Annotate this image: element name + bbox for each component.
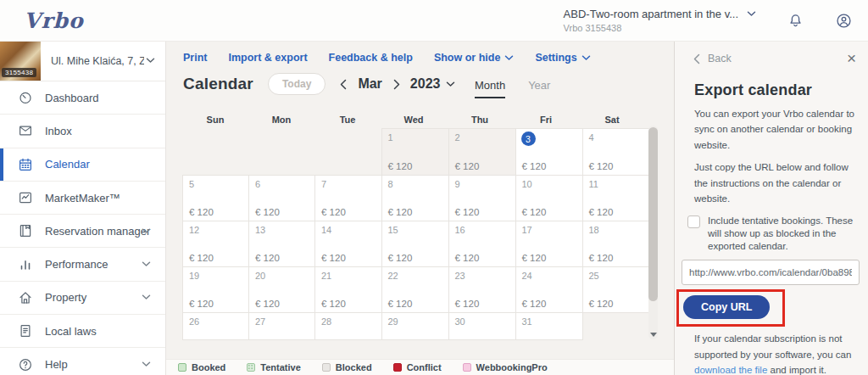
- chevron-down-icon: [446, 81, 455, 87]
- calendar-cell-day-23[interactable]: 23€ 120: [448, 267, 515, 313]
- calendar-cell-day-17[interactable]: 17€ 120: [515, 221, 582, 267]
- notifications-bell-icon[interactable]: [787, 12, 804, 30]
- property-switcher[interactable]: ABD-Two-room apartment in the v... Vrbo …: [564, 8, 756, 33]
- calendar-cell-day-12[interactable]: 12€ 120: [183, 221, 249, 267]
- toolbar-link-settings[interactable]: Settings: [535, 52, 590, 64]
- price-label: € 120: [455, 299, 480, 309]
- day-number: 23: [455, 271, 515, 281]
- calendar-cell-day-22[interactable]: 22€ 120: [381, 267, 448, 313]
- calendar-cell-day-3[interactable]: 3€ 120: [515, 129, 582, 176]
- calendar-cell-day-26[interactable]: 26: [183, 313, 249, 340]
- calendar-week-row: 1€ 1202€ 1203€ 1204€ 120: [183, 129, 650, 176]
- inbox-icon: [18, 123, 33, 138]
- day-number: 4: [589, 132, 649, 143]
- checkbox-label: Include tentative bookings. These will s…: [708, 215, 860, 253]
- sidebar-item-label: Local laws: [45, 325, 97, 338]
- calendar-legend: BookedTentativeBlockedConflictWebbooking…: [165, 359, 674, 375]
- legend-item-conflict: Conflict: [393, 362, 442, 372]
- today-button[interactable]: Today: [268, 73, 326, 95]
- prev-month-icon[interactable]: [340, 79, 347, 90]
- calendar-cell-day-6[interactable]: 6€ 120: [249, 176, 315, 221]
- calendar-cell-day-10[interactable]: 10€ 120: [515, 176, 582, 221]
- calendar-cell-day-14[interactable]: 14€ 120: [315, 221, 382, 267]
- back-button[interactable]: Back: [693, 53, 732, 64]
- sidebar-item-help[interactable]: Help: [0, 348, 165, 375]
- calendar-cell-day-21[interactable]: 21€ 120: [315, 267, 382, 313]
- calendar-cell-day-18[interactable]: 18€ 120: [582, 221, 649, 267]
- account-profile-icon[interactable]: [835, 12, 853, 30]
- vrbo-app: Vrbo ABD-Two-room apartment in the v... …: [0, 0, 868, 375]
- sidebar: 3155438 Ul. Mihe Klaića, 7, Zada Dashboa…: [0, 41, 166, 375]
- calendar-cell-day-2[interactable]: 2€ 120: [448, 129, 515, 176]
- toolbar-link-show-or-hide[interactable]: Show or hide: [434, 52, 514, 64]
- include-tentative-checkbox[interactable]: [687, 215, 700, 228]
- price-label: € 120: [388, 207, 413, 217]
- day-header: Sat: [579, 115, 645, 125]
- close-icon[interactable]: ×: [847, 53, 856, 64]
- calendar-cell-day-9[interactable]: 9€ 120: [448, 176, 515, 221]
- calendar-cell-day-15[interactable]: 15€ 120: [381, 221, 448, 267]
- day-number: 13: [255, 225, 314, 235]
- calendar-cell-day-13[interactable]: 13€ 120: [249, 221, 315, 267]
- toolbar-link-label: Import & export: [228, 52, 307, 64]
- calendar-cell-day-20[interactable]: 20€ 120: [249, 267, 315, 313]
- toolbar-link-feedback-help[interactable]: Feedback & help: [329, 52, 413, 64]
- calendar-cell-day-19[interactable]: 19€ 120: [183, 267, 249, 313]
- day-number: 14: [321, 225, 381, 235]
- calendar-cell-day-24[interactable]: 24€ 120: [515, 267, 582, 313]
- tentative-checkbox-row: Include tentative bookings. These will s…: [687, 215, 860, 253]
- legend-swatch-tentative: [247, 363, 255, 372]
- legend-label: Conflict: [407, 362, 442, 372]
- calendar-cell-day-31[interactable]: 31: [515, 313, 582, 340]
- scrollbar-thumb[interactable]: [648, 127, 658, 301]
- scroll-down-icon[interactable]: [650, 333, 657, 337]
- copy-url-button[interactable]: Copy URL: [683, 295, 770, 319]
- next-month-icon[interactable]: [393, 79, 400, 90]
- price-label: € 120: [522, 207, 547, 217]
- sidebar-item-inbox[interactable]: Inbox: [0, 115, 165, 148]
- calendar-cell-day-25[interactable]: 25€ 120: [582, 267, 649, 313]
- calendar-cell-day-4[interactable]: 4€ 120: [582, 129, 649, 176]
- day-number: 18: [589, 225, 649, 235]
- calendar-cell-day-8[interactable]: 8€ 120: [381, 176, 448, 221]
- price-label: € 120: [455, 207, 480, 217]
- toolbar-link-import-export[interactable]: Import & export: [228, 52, 307, 64]
- ical-url-input[interactable]: [682, 260, 860, 285]
- day-header: Thu: [447, 115, 513, 125]
- price-label: € 120: [522, 161, 547, 171]
- calendar-cell-empty: [249, 129, 315, 176]
- calendar-cell-day-7[interactable]: 7€ 120: [315, 176, 382, 221]
- chevron-down-icon: [747, 11, 756, 17]
- calendar-cell-day-5[interactable]: 5€ 120: [183, 176, 249, 221]
- download-file-link[interactable]: download the file: [694, 365, 767, 375]
- tab-month[interactable]: Month: [475, 79, 505, 98]
- sidebar-item-marketmaker[interactable]: MarketMaker™: [0, 182, 165, 215]
- property-address: Ul. Mihe Klaića, 7, Zada: [51, 55, 144, 67]
- day-number: 27: [255, 316, 314, 327]
- calendar-cell-day-30[interactable]: 30: [448, 313, 515, 340]
- page-title: Calendar: [183, 75, 253, 93]
- sidebar-item-performance[interactable]: Performance: [0, 248, 165, 281]
- sidebar-item-reservation-manager[interactable]: Reservation manager: [0, 215, 165, 248]
- calendar-cell-day-1[interactable]: 1€ 120: [381, 129, 448, 176]
- tab-year[interactable]: Year: [528, 79, 550, 98]
- calendar-cell-day-11[interactable]: 11€ 120: [582, 176, 649, 221]
- calendar-cell-day-27[interactable]: 27: [249, 313, 315, 340]
- calendar-cell-day-16[interactable]: 16€ 120: [448, 221, 515, 267]
- calendar-cell-empty: [582, 313, 649, 340]
- sidebar-item-dashboard[interactable]: Dashboard: [0, 81, 165, 115]
- toolbar-link-print[interactable]: Print: [183, 52, 207, 64]
- calendar-cell-day-28[interactable]: 28: [315, 313, 382, 340]
- vrbo-logo[interactable]: Vrbo: [24, 8, 84, 33]
- sidebar-item-property[interactable]: Property: [0, 282, 165, 315]
- calendar-cell-day-29[interactable]: 29: [381, 313, 448, 340]
- day-number: 24: [522, 271, 582, 281]
- sidebar-item-local-laws[interactable]: Local laws: [0, 315, 165, 348]
- sidebar-property-selector[interactable]: 3155438 Ul. Mihe Klaića, 7, Zada: [0, 41, 165, 81]
- sidebar-item-calendar[interactable]: Calendar: [0, 148, 165, 182]
- property-thumbnail: 3155438: [0, 41, 41, 81]
- top-bar: Vrbo ABD-Two-room apartment in the v... …: [0, 0, 868, 42]
- back-label: Back: [708, 53, 732, 64]
- year-dropdown[interactable]: 2023: [410, 76, 456, 92]
- chevron-down-icon: [581, 55, 591, 61]
